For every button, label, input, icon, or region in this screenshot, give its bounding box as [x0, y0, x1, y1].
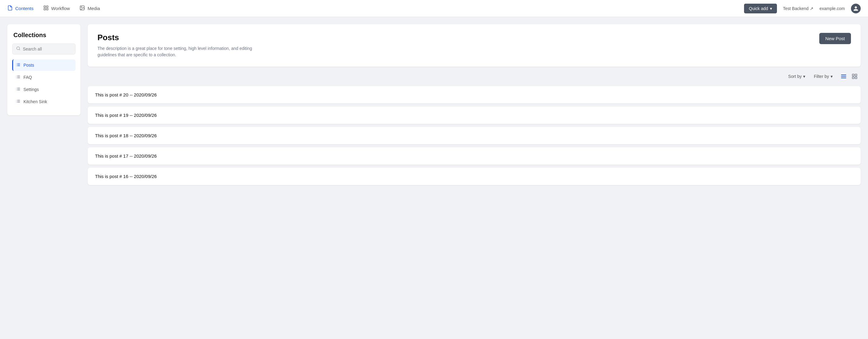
- nav-item-workflow[interactable]: Workflow: [43, 4, 70, 13]
- nav-item-media[interactable]: Media: [80, 4, 100, 13]
- posts-collection-icon: [16, 62, 21, 68]
- sort-dropdown-icon: ▾: [803, 74, 805, 79]
- quick-add-button[interactable]: Quick add ▾: [744, 4, 777, 13]
- faq-collection-icon: [16, 74, 21, 80]
- sidebar: Collections Posts: [7, 24, 81, 115]
- main-content: Posts The description is a great place f…: [88, 24, 861, 332]
- filter-bar: Sort by ▾ Filter by ▾: [88, 71, 861, 81]
- filter-by-label: Filter by: [814, 74, 829, 79]
- svg-rect-1: [46, 6, 48, 7]
- nav-item-contents[interactable]: Contents: [7, 4, 33, 13]
- view-toggle: [839, 71, 860, 81]
- svg-rect-36: [855, 74, 857, 76]
- topnav-right: Quick add ▾ Test Backend ↗ example.com: [744, 4, 861, 13]
- backend-label: Test Backend ↗: [783, 6, 813, 11]
- posts-header-text: Posts The description is a great place f…: [97, 33, 256, 58]
- posts-header-card: Posts The description is a great place f…: [88, 24, 861, 67]
- site-link[interactable]: example.com: [819, 6, 845, 11]
- svg-rect-0: [44, 6, 45, 7]
- sidebar-item-faq[interactable]: FAQ: [12, 71, 75, 83]
- grid-view-button[interactable]: [850, 71, 860, 81]
- sidebar-item-posts[interactable]: Posts: [12, 59, 75, 71]
- list-view-button[interactable]: [839, 71, 848, 81]
- page-description: The description is a great place for ton…: [97, 45, 256, 58]
- svg-rect-38: [855, 77, 857, 79]
- search-input[interactable]: [23, 46, 71, 52]
- nav-workflow-label: Workflow: [51, 6, 70, 11]
- nav-contents-label: Contents: [15, 6, 33, 11]
- sidebar-item-faq-label: FAQ: [24, 75, 32, 80]
- page-body: Collections Posts: [0, 17, 868, 339]
- sidebar-item-kitchen-sink-label: Kitchen Sink: [24, 99, 47, 104]
- post-item[interactable]: This is post # 16 -- 2020/09/26: [88, 168, 861, 185]
- post-item[interactable]: This is post # 20 -- 2020/09/26: [88, 86, 861, 103]
- quick-add-arrow-icon: ▾: [770, 6, 772, 11]
- sidebar-title: Collections: [12, 32, 75, 39]
- new-post-button[interactable]: New Post: [819, 33, 851, 44]
- filter-dropdown-icon: ▾: [831, 74, 833, 79]
- nav-media-label: Media: [87, 6, 100, 11]
- settings-collection-icon: [16, 87, 21, 92]
- post-item[interactable]: This is post # 18 -- 2020/09/26: [88, 127, 861, 144]
- topnav-left: Contents Workflow Media: [7, 4, 744, 13]
- media-icon: [80, 5, 85, 11]
- svg-rect-37: [852, 77, 854, 79]
- top-navigation: Contents Workflow Media Quick add: [0, 0, 868, 17]
- new-post-label: New Post: [825, 36, 845, 41]
- svg-rect-2: [46, 8, 48, 10]
- posts-list: This is post # 20 -- 2020/09/26This is p…: [88, 86, 861, 185]
- post-item[interactable]: This is post # 17 -- 2020/09/26: [88, 147, 861, 165]
- svg-rect-35: [852, 74, 854, 76]
- sort-by-button[interactable]: Sort by ▾: [786, 72, 808, 81]
- workflow-icon: [43, 5, 49, 11]
- contents-icon: [7, 5, 13, 11]
- search-icon: [16, 46, 21, 52]
- sort-by-label: Sort by: [788, 74, 802, 79]
- sidebar-item-settings-label: Settings: [24, 87, 39, 92]
- kitchen-sink-collection-icon: [16, 99, 21, 104]
- user-avatar[interactable]: [851, 4, 861, 13]
- site-label: example.com: [819, 6, 845, 11]
- quick-add-label: Quick add: [749, 6, 768, 11]
- sidebar-item-kitchen-sink[interactable]: Kitchen Sink: [12, 96, 75, 107]
- filter-by-button[interactable]: Filter by ▾: [811, 72, 835, 81]
- sidebar-item-posts-label: Posts: [24, 63, 34, 68]
- sidebar-item-settings[interactable]: Settings: [12, 84, 75, 95]
- backend-link[interactable]: Test Backend ↗: [783, 6, 813, 11]
- post-item[interactable]: This is post # 19 -- 2020/09/26: [88, 106, 861, 124]
- page-title: Posts: [97, 33, 256, 42]
- search-box[interactable]: [12, 43, 75, 55]
- svg-point-5: [81, 7, 82, 7]
- svg-line-7: [19, 49, 20, 50]
- svg-rect-3: [44, 8, 45, 10]
